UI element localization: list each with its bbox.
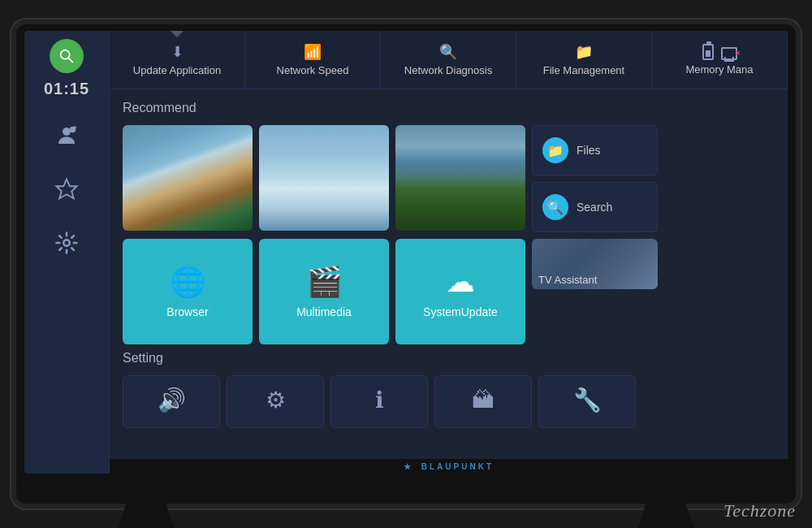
right-tiles-col-2: TV Assistant (532, 239, 658, 344)
files-label: Files (577, 144, 601, 157)
setting-item-4[interactable]: 🏔 (434, 375, 532, 428)
blaupunkt-logo: ★ BLAUPUNKT (404, 462, 494, 471)
right-tiles-col: 📁 Files 🔍 Search (532, 125, 658, 232)
nav-arrow (171, 31, 184, 37)
main-content: ⬇ Update Application 📶 Network Speed 🔍 N… (110, 31, 788, 474)
nav-memory-management[interactable]: × Memory Mana (652, 31, 788, 89)
mountain-tile[interactable] (123, 125, 253, 231)
browser-tile[interactable]: 🌐 Browser (123, 239, 253, 344)
top-nav: ⬇ Update Application 📶 Network Speed 🔍 N… (110, 31, 788, 89)
setting-icon-1: 🔊 (158, 387, 186, 413)
battery-icon (702, 44, 714, 60)
svg-point-2 (63, 128, 71, 136)
multimedia-tile[interactable]: 🎬 Multimedia (259, 239, 389, 344)
recommend-bottom-row: 🌐 Browser 🎬 Multimedia ☁ SystemUpdate (123, 239, 775, 344)
tv-stand-right (633, 502, 698, 528)
svg-point-6 (63, 240, 70, 246)
search-side-icon: 🔍 (542, 194, 568, 220)
svg-marker-5 (57, 180, 77, 199)
tv-assistant-tile[interactable]: TV Assistant (532, 239, 658, 289)
setting-row: 🔊 ⚙ ℹ 🏔 🔧 (123, 375, 775, 428)
monitor-icon: × (721, 47, 737, 60)
valley-tile[interactable] (395, 125, 525, 231)
tv-body: 01:15 ⬇ Update Application 📶 (16, 24, 796, 504)
setting-section-label: Setting (123, 351, 775, 366)
browser-icon: 🌐 (170, 265, 206, 299)
search-button[interactable] (50, 39, 84, 73)
nav-network-diagnosis[interactable]: 🔍 Network Diagnosis (381, 31, 516, 89)
memory-icon-group: × (702, 44, 737, 60)
system-update-tile[interactable]: ☁ SystemUpdate (395, 239, 525, 344)
setting-item-5[interactable]: 🔧 (538, 375, 636, 428)
nav-file-mgmt-label: File Management (543, 64, 624, 76)
network-speed-icon: 📶 (304, 43, 322, 61)
multimedia-label: Multimedia (296, 305, 352, 318)
system-update-icon: ☁ (446, 265, 475, 299)
files-icon: 📁 (542, 137, 568, 163)
tv-assistant-label: TV Assistant (538, 274, 597, 286)
clock-display: 01:15 (44, 80, 89, 98)
scroll-area[interactable]: Recommend 📁 (110, 89, 788, 474)
cloud-tile[interactable] (259, 125, 389, 231)
setting-item-3[interactable]: ℹ (330, 375, 428, 428)
valley-image (395, 125, 525, 231)
update-icon: ⬇ (171, 43, 184, 61)
svg-line-1 (68, 58, 72, 62)
search-label: Search (577, 201, 612, 214)
sidebar-user-icon[interactable] (45, 115, 88, 157)
monitor-x-icon: × (736, 49, 741, 58)
svg-point-4 (73, 126, 76, 129)
setting-icon-3: ℹ (375, 387, 384, 413)
techzone-watermark: Techzone (723, 500, 796, 522)
sidebar-favorites-icon[interactable] (45, 168, 88, 210)
recommend-top-row: 📁 Files 🔍 Search (123, 125, 775, 232)
recommend-section-label: Recommend (123, 101, 775, 115)
nav-update-application[interactable]: ⬇ Update Application (110, 31, 245, 89)
brand-star: ★ (404, 462, 413, 471)
tv-screen: 01:15 ⬇ Update Application 📶 (24, 31, 788, 474)
nav-network-speed[interactable]: 📶 Network Speed (245, 31, 381, 89)
setting-item-2[interactable]: ⚙ (227, 375, 324, 428)
blaupunkt-bar: ★ BLAUPUNKT (110, 459, 788, 474)
nav-network-speed-label: Network Speed (277, 64, 349, 76)
file-mgmt-icon: 📁 (575, 43, 593, 61)
nav-file-management[interactable]: 📁 File Management (516, 31, 652, 89)
system-update-label: SystemUpdate (423, 305, 498, 318)
nav-memory-label: Memory Mana (685, 63, 753, 76)
multimedia-icon: 🎬 (306, 265, 343, 299)
mountain-image (123, 125, 253, 231)
search-tile[interactable]: 🔍 Search (532, 182, 658, 232)
sidebar-settings-icon[interactable] (45, 222, 88, 264)
tv-assistant-image: TV Assistant (532, 239, 658, 289)
sidebar: 01:15 (24, 31, 110, 474)
network-diag-icon: 🔍 (439, 43, 457, 61)
nav-update-label: Update Application (133, 64, 221, 76)
brand-name: BLAUPUNKT (421, 462, 494, 471)
browser-label: Browser (166, 305, 208, 318)
setting-icon-4: 🏔 (472, 387, 495, 413)
cloud-image (259, 125, 389, 231)
tv-stand-left (114, 502, 179, 528)
files-tile[interactable]: 📁 Files (532, 125, 658, 175)
nav-network-diag-label: Network Diagnosis (404, 64, 492, 76)
setting-item-1[interactable]: 🔊 (123, 375, 220, 428)
setting-icon-5: 🔧 (573, 387, 602, 413)
setting-icon-2: ⚙ (266, 387, 286, 413)
